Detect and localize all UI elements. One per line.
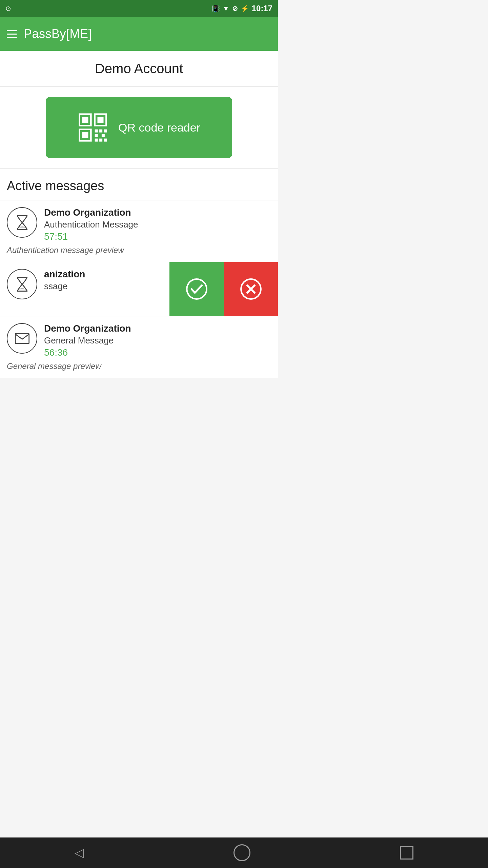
no-sim-icon: ⊘ bbox=[232, 4, 238, 13]
envelope-icon bbox=[13, 329, 32, 348]
svg-rect-8 bbox=[104, 130, 107, 133]
message-preview-3: General message preview bbox=[7, 361, 271, 371]
message-icon-general bbox=[7, 323, 37, 354]
message-org-3: Demo Organization bbox=[44, 323, 271, 334]
message-icon-auth bbox=[7, 207, 37, 238]
bottom-spacer bbox=[0, 446, 278, 483]
svg-rect-5 bbox=[82, 132, 88, 138]
message-org-2: anization bbox=[44, 269, 163, 280]
message-item-3[interactable]: Demo Organization General Message 56:36 … bbox=[0, 316, 278, 378]
hourglass-icon bbox=[13, 213, 32, 232]
svg-rect-13 bbox=[104, 139, 107, 142]
svg-rect-12 bbox=[99, 139, 102, 142]
hourglass-icon-2 bbox=[13, 275, 32, 294]
svg-rect-6 bbox=[95, 130, 98, 133]
message-item-row-1: Demo Organization Authentication Message… bbox=[7, 207, 271, 242]
qr-code-reader-button[interactable]: QR code reader bbox=[46, 97, 232, 158]
status-time: 10:17 bbox=[252, 4, 272, 13]
wifi-icon: ▼ bbox=[223, 5, 229, 13]
vibrate-icon: 📳 bbox=[211, 4, 220, 13]
message-icon-2 bbox=[7, 269, 37, 299]
message-timer-3: 56:36 bbox=[44, 347, 271, 358]
active-messages-title: Active messages bbox=[7, 179, 271, 193]
hamburger-menu-button[interactable] bbox=[7, 30, 17, 38]
message-details-3: Demo Organization General Message 56:36 bbox=[44, 323, 271, 358]
message-details-1: Demo Organization Authentication Message… bbox=[44, 207, 271, 242]
svg-rect-14 bbox=[95, 114, 98, 115]
message-item-row-3: Demo Organization General Message 56:36 bbox=[7, 323, 271, 358]
message-item-1[interactable]: Demo Organization Authentication Message… bbox=[0, 200, 278, 262]
checkmark-icon bbox=[186, 278, 208, 300]
account-title-section: Demo Account bbox=[0, 51, 278, 87]
status-bar-right: 📳 ▼ ⊘ ⚡ 10:17 bbox=[211, 4, 272, 13]
status-bar: ⊙ 📳 ▼ ⊘ ⚡ 10:17 bbox=[0, 0, 278, 17]
active-messages-header: Active messages bbox=[0, 169, 278, 200]
svg-rect-10 bbox=[102, 134, 105, 137]
qr-code-icon bbox=[78, 112, 108, 143]
svg-rect-9 bbox=[95, 134, 98, 137]
app-title: PassBy[ME] bbox=[24, 27, 92, 41]
empty-area bbox=[0, 378, 278, 446]
accept-button[interactable] bbox=[169, 262, 224, 316]
swipe-actions bbox=[169, 262, 278, 316]
signal-icon: ⊙ bbox=[5, 4, 11, 13]
message-type-1: Authentication Message bbox=[44, 219, 271, 230]
app-bar: PassBy[ME] bbox=[0, 17, 278, 51]
account-title: Demo Account bbox=[7, 61, 271, 76]
svg-rect-7 bbox=[99, 130, 102, 133]
svg-rect-21 bbox=[15, 333, 29, 343]
battery-icon: ⚡ bbox=[241, 4, 249, 13]
qr-section: QR code reader bbox=[0, 87, 278, 169]
svg-rect-3 bbox=[98, 117, 104, 123]
qr-button-label: QR code reader bbox=[118, 121, 200, 134]
message-type-2: ssage bbox=[44, 281, 163, 292]
svg-rect-1 bbox=[82, 117, 88, 123]
message-timer-1: 57:51 bbox=[44, 231, 271, 242]
message-org-1: Demo Organization bbox=[44, 207, 271, 218]
status-bar-left: ⊙ bbox=[5, 4, 11, 13]
reject-button[interactable] bbox=[224, 262, 278, 316]
svg-point-19 bbox=[187, 279, 207, 299]
message-item-2[interactable]: anization ssage bbox=[0, 262, 278, 316]
messages-list: Demo Organization Authentication Message… bbox=[0, 200, 278, 378]
main-content: Demo Account bbox=[0, 51, 278, 446]
message-type-3: General Message bbox=[44, 335, 271, 346]
cross-icon bbox=[240, 278, 262, 300]
message-preview-1: Authentication message preview bbox=[7, 245, 271, 255]
svg-rect-11 bbox=[95, 139, 98, 142]
message-details-2: anization ssage bbox=[44, 269, 163, 292]
